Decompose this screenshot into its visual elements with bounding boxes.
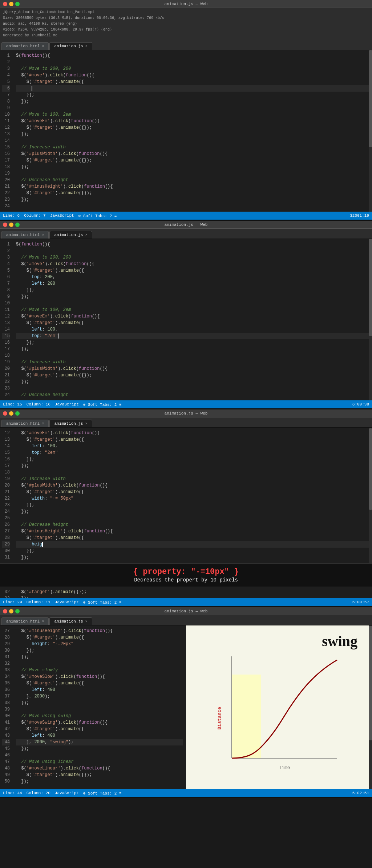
status-language-2: JavaScript xyxy=(55,402,79,407)
maximize-button[interactable] xyxy=(15,2,20,6)
tab-close-5[interactable]: × xyxy=(42,422,44,426)
title-bar-3: animation.js — Web xyxy=(0,409,372,417)
panel-4: animation.js — Web animation.html × anim… xyxy=(0,607,372,798)
title-bar-4: animation.js — Web xyxy=(0,607,372,615)
close-button-4[interactable] xyxy=(3,609,7,613)
tab-close-4[interactable]: × xyxy=(85,233,88,237)
code-content-1[interactable]: $(function(){ // Move to 200, 200 $('#mo… xyxy=(13,50,372,212)
svg-rect-2 xyxy=(232,675,261,758)
line-numbers-4: 272829 303132 333435 363738 394041 42434… xyxy=(0,625,13,787)
status-tabs-2: ⊛ Soft Tabs: 2 ≡ xyxy=(83,402,122,407)
tab-close-2[interactable]: × xyxy=(85,44,88,48)
code-content-4[interactable]: $('#minusHeight').click(function(){ $('#… xyxy=(13,625,186,787)
window-title-2: animation.js — Web xyxy=(165,223,208,227)
file-size: Size: 38088599 bytes (36.3 MiB), duratio… xyxy=(3,15,369,21)
file-thumbnail: Generated by Thumbnail me xyxy=(3,33,369,39)
status-left-3: Line: 29 Column: 11 JavaScript ⊛ Soft Ta… xyxy=(3,600,121,605)
code-content-3[interactable]: $('#moveEm').click(function(){ $('#targe… xyxy=(13,428,372,563)
tab-animation-js-3[interactable]: animation.js × xyxy=(49,420,92,427)
tab-animation-js-2[interactable]: animation.js × xyxy=(49,231,92,239)
tab-bar-2: animation.html × animation.js × xyxy=(0,229,372,239)
status-tabs-4: ⊛ Soft Tabs: 2 ≡ xyxy=(83,791,122,796)
minimize-button-4[interactable] xyxy=(9,609,13,613)
scrollbar-2[interactable] xyxy=(369,239,372,400)
code-area-4[interactable]: 272829 303132 333435 363738 394041 42434… xyxy=(0,625,186,787)
maximize-button-4[interactable] xyxy=(15,609,20,613)
status-line-1: Line: 6 xyxy=(3,213,20,218)
panel-1: animation.js — Web jQuery_Animation_Cust… xyxy=(0,0,372,221)
tab-close-8[interactable]: × xyxy=(85,620,88,624)
code-area-3[interactable]: 121314 151617 181920 212223 242526 27282… xyxy=(0,428,372,563)
svg-text:Time: Time xyxy=(279,765,290,771)
swing-label: swing xyxy=(322,633,357,650)
code-content-2[interactable]: $(function(){ // Move to 200, 200 $('#mo… xyxy=(13,239,372,400)
status-right-2: 6:00:38 xyxy=(352,402,369,407)
close-button-2[interactable] xyxy=(3,223,7,227)
window-title-3: animation.js — Web xyxy=(165,411,208,416)
chart-area-4: swing Distance Time xyxy=(186,625,372,789)
scrollbar-4[interactable] xyxy=(369,625,372,789)
tab-animation-js-1[interactable]: animation.js × xyxy=(49,42,92,50)
window-title-1: animation.js — Web xyxy=(165,2,208,6)
status-bar-4: Line: 44 Column: 20 JavaScript ⊛ Soft Ta… xyxy=(0,789,372,797)
file-title: jQuery_Animation_CustomAnimation_Part1.m… xyxy=(3,9,369,15)
scrollbar-1[interactable] xyxy=(369,50,372,212)
file-video: video: h264, yuv420p, 1064x600, 29.97 fp… xyxy=(3,27,369,33)
minimize-button[interactable] xyxy=(9,2,13,6)
traffic-lights-3 xyxy=(3,411,20,416)
panel-2: animation.js — Web animation.html × anim… xyxy=(0,221,372,409)
maximize-button-2[interactable] xyxy=(15,223,20,227)
status-right-4: 6:02:51 xyxy=(352,791,369,795)
swing-chart: Distance Time xyxy=(217,653,341,776)
tab-close-6[interactable]: × xyxy=(85,422,88,426)
editor-2: 123 456 789 101112 131415 161718 192021 … xyxy=(0,239,372,400)
status-bar-1: Line: 6 Column: 7 JavaScript ⊛ Soft Tabs… xyxy=(0,212,372,220)
window-title-4: animation.js — Web xyxy=(165,609,208,613)
close-button-3[interactable] xyxy=(3,411,7,416)
tab-animation-js-4[interactable]: animation.js × xyxy=(49,617,92,625)
line-numbers-3: 121314 151617 181920 212223 242526 27282… xyxy=(0,428,13,563)
tab-animation-html-4[interactable]: animation.html × xyxy=(1,617,49,625)
status-tabs-1: ⊛ Soft Tabs: 2 ≡ xyxy=(78,213,117,218)
status-left-2: Line: 15 Column: 16 JavaScript ⊛ Soft Ta… xyxy=(3,402,121,407)
status-column-4: Column: 20 xyxy=(27,791,50,795)
code-area-1[interactable]: 123 456 789 101112 131415 161718 192021 … xyxy=(0,50,372,212)
tab-animation-html-2[interactable]: animation.html × xyxy=(1,231,49,239)
status-column-1: Column: 7 xyxy=(24,213,45,218)
status-column-3: Column: 11 xyxy=(27,600,50,604)
panel-3: animation.js — Web animation.html × anim… xyxy=(0,409,372,607)
line-numbers-2: 123 456 789 101112 131415 161718 192021 … xyxy=(0,239,13,400)
tab-close-7[interactable]: × xyxy=(42,620,44,624)
tab-animation-html-3[interactable]: animation.html × xyxy=(1,420,49,427)
code-area-2[interactable]: 123 456 789 101112 131415 161718 192021 … xyxy=(0,239,372,400)
tooltip-overlay-3: { property: "-=10px" } Decreases the pro… xyxy=(0,563,372,587)
split-view-4: 272829 303132 333435 363738 394041 42434… xyxy=(0,625,372,789)
status-language-3: JavaScript xyxy=(55,600,79,604)
status-left-1: Line: 6 Column: 7 JavaScript ⊛ Soft Tabs… xyxy=(3,213,117,218)
status-line-4: Line: 44 xyxy=(3,791,22,795)
status-language-4: JavaScript xyxy=(55,791,79,795)
tab-bar-4: animation.html × animation.js × xyxy=(0,615,372,625)
status-bar-2: Line: 15 Column: 16 JavaScript ⊛ Soft Ta… xyxy=(0,400,372,408)
status-column-2: Column: 16 xyxy=(27,402,50,407)
traffic-lights-1 xyxy=(3,2,20,6)
tab-bar-1: animation.html × animation.js × xyxy=(0,40,372,50)
close-button[interactable] xyxy=(3,2,7,6)
tab-close-3[interactable]: × xyxy=(42,233,44,237)
minimize-button-3[interactable] xyxy=(9,411,13,416)
svg-text:Distance: Distance xyxy=(217,707,222,730)
tab-close-1[interactable]: × xyxy=(42,44,44,48)
status-encoding-4: 6:02:51 xyxy=(352,791,369,795)
code-content-3b[interactable]: $('#target').animate({}); }); xyxy=(13,587,372,598)
maximize-button-3[interactable] xyxy=(15,411,20,416)
code-side-4: 272829 303132 333435 363738 394041 42434… xyxy=(0,625,186,789)
title-bar-1: animation.js — Web xyxy=(0,0,372,8)
status-left-4: Line: 44 Column: 20 JavaScript ⊛ Soft Ta… xyxy=(3,791,121,796)
minimize-button-2[interactable] xyxy=(9,223,13,227)
status-right-3: 6:00:57 xyxy=(352,600,369,604)
editor-3b: 3233 $('#target').animate({}); }); xyxy=(0,587,372,598)
status-line-3: Line: 29 xyxy=(3,600,22,604)
editor-1: 123 456 789 101112 131415 161718 192021 … xyxy=(0,50,372,212)
tab-animation-html-1[interactable]: animation.html × xyxy=(1,42,49,50)
scrollbar-3[interactable] xyxy=(369,428,372,563)
